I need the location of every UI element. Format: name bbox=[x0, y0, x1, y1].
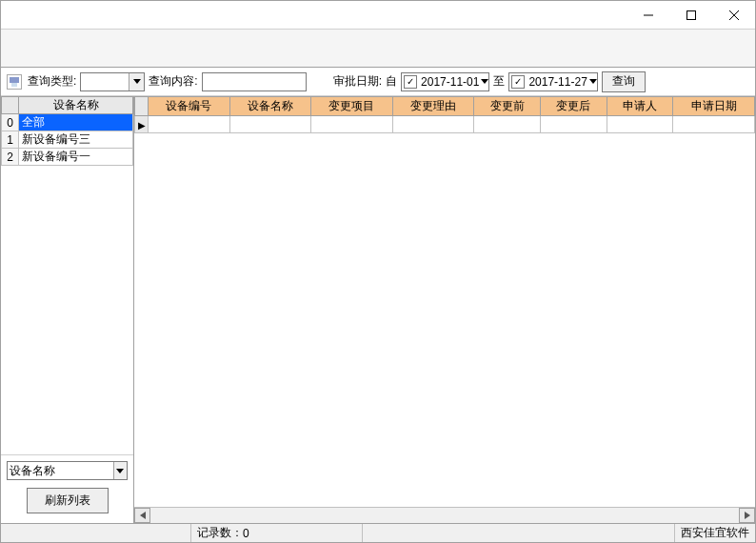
device-list: 设备名称 0全部1新设备编号三2新设备编号一 bbox=[1, 96, 133, 454]
column-header[interactable]: 变更后 bbox=[540, 97, 607, 116]
sidebar-bottom: 刷新列表 bbox=[1, 454, 133, 523]
sidebar-filter-input[interactable] bbox=[8, 462, 113, 479]
filter-icon[interactable] bbox=[7, 74, 22, 90]
sidebar: 设备名称 0全部1新设备编号三2新设备编号一 刷新列表 bbox=[1, 96, 134, 523]
svg-marker-6 bbox=[140, 512, 146, 519]
column-header[interactable]: 设备编号 bbox=[149, 97, 230, 116]
column-header[interactable]: 设备名称 bbox=[229, 97, 311, 116]
column-header[interactable]: 申请人 bbox=[607, 97, 673, 116]
status-cell-1 bbox=[1, 524, 191, 542]
table-row[interactable]: ▶ bbox=[135, 116, 755, 133]
vendor-cell: 西安佳宜软件 bbox=[675, 524, 755, 542]
query-content-input[interactable] bbox=[202, 72, 307, 91]
date-from-check-icon[interactable]: ✓ bbox=[404, 75, 417, 89]
chevron-down-icon[interactable] bbox=[129, 73, 144, 90]
record-count-cell: 记录数： 0 bbox=[191, 524, 363, 542]
column-header[interactable]: 申请日期 bbox=[673, 97, 755, 116]
row-index: 1 bbox=[2, 131, 19, 149]
column-header[interactable]: 变更前 bbox=[474, 97, 541, 116]
scroll-track[interactable] bbox=[150, 508, 739, 523]
record-count-value: 0 bbox=[243, 527, 249, 540]
sidebar-filter-combo[interactable] bbox=[7, 461, 128, 480]
query-type-label: 查询类型: bbox=[28, 73, 76, 90]
row-index: 0 bbox=[2, 114, 19, 131]
query-type-input[interactable] bbox=[81, 73, 129, 90]
svg-rect-1 bbox=[686, 10, 695, 19]
horizontal-scrollbar[interactable] bbox=[134, 507, 755, 523]
row-selector-header bbox=[135, 97, 149, 116]
content-area: 设备名称 0全部1新设备编号三2新设备编号一 刷新列表 bbox=[1, 96, 755, 523]
date-to-value: 2017-11-27 bbox=[527, 75, 588, 89]
svg-rect-4 bbox=[10, 77, 19, 83]
chevron-down-icon[interactable] bbox=[113, 462, 127, 479]
record-count-label: 记录数： bbox=[197, 525, 243, 541]
main-grid[interactable]: 设备编号设备名称变更项目变更理由变更前变更后申请人申请日期 ▶ bbox=[134, 96, 755, 507]
row-marker: ▶ bbox=[135, 116, 149, 133]
device-name-header[interactable]: 设备名称 bbox=[19, 97, 133, 114]
date-to-check-icon[interactable]: ✓ bbox=[511, 75, 525, 89]
row-index: 2 bbox=[2, 149, 19, 166]
statusbar: 记录数： 0 西安佳宜软件 bbox=[1, 523, 755, 542]
minimize-button[interactable] bbox=[627, 1, 669, 29]
query-type-combo[interactable] bbox=[80, 72, 145, 91]
device-name: 新设备编号三 bbox=[19, 131, 133, 149]
device-name: 全部 bbox=[19, 114, 133, 131]
svg-rect-5 bbox=[11, 83, 17, 87]
row-header-col bbox=[2, 97, 19, 114]
list-item[interactable]: 0全部 bbox=[2, 114, 133, 131]
main-grid-wrap: 设备编号设备名称变更项目变更理由变更前变更后申请人申请日期 ▶ bbox=[134, 96, 755, 523]
audit-date-label: 审批日期: bbox=[333, 73, 382, 90]
chevron-down-icon[interactable] bbox=[481, 79, 488, 84]
date-from-value: 2017-11-01 bbox=[419, 75, 481, 89]
column-header[interactable]: 变更项目 bbox=[311, 97, 393, 116]
scroll-right-icon[interactable] bbox=[739, 508, 755, 523]
chevron-down-icon[interactable] bbox=[589, 79, 597, 84]
refresh-list-button[interactable]: 刷新列表 bbox=[27, 488, 109, 513]
date-to-picker[interactable]: ✓ 2017-11-27 bbox=[508, 72, 597, 91]
list-item[interactable]: 1新设备编号三 bbox=[2, 131, 133, 149]
app-window: 查询类型: 查询内容: 审批日期: 自 ✓ 2017-11-01 至 ✓ 201… bbox=[0, 0, 756, 543]
close-button[interactable] bbox=[712, 1, 755, 29]
svg-marker-7 bbox=[745, 512, 750, 519]
scroll-left-icon[interactable] bbox=[134, 508, 150, 523]
query-content-label: 查询内容: bbox=[149, 73, 197, 90]
to-label: 至 bbox=[493, 73, 505, 90]
titlebar bbox=[1, 1, 755, 30]
list-item[interactable]: 2新设备编号一 bbox=[2, 149, 133, 166]
maximize-button[interactable] bbox=[669, 1, 712, 29]
column-header[interactable]: 变更理由 bbox=[392, 97, 474, 116]
from-label: 自 bbox=[386, 73, 397, 90]
device-name: 新设备编号一 bbox=[19, 149, 133, 166]
search-button[interactable]: 查询 bbox=[602, 71, 646, 92]
toolbar-area bbox=[1, 30, 755, 68]
filter-bar: 查询类型: 查询内容: 审批日期: 自 ✓ 2017-11-01 至 ✓ 201… bbox=[1, 68, 755, 96]
status-spacer bbox=[363, 524, 675, 542]
date-from-picker[interactable]: ✓ 2017-11-01 bbox=[401, 72, 489, 91]
